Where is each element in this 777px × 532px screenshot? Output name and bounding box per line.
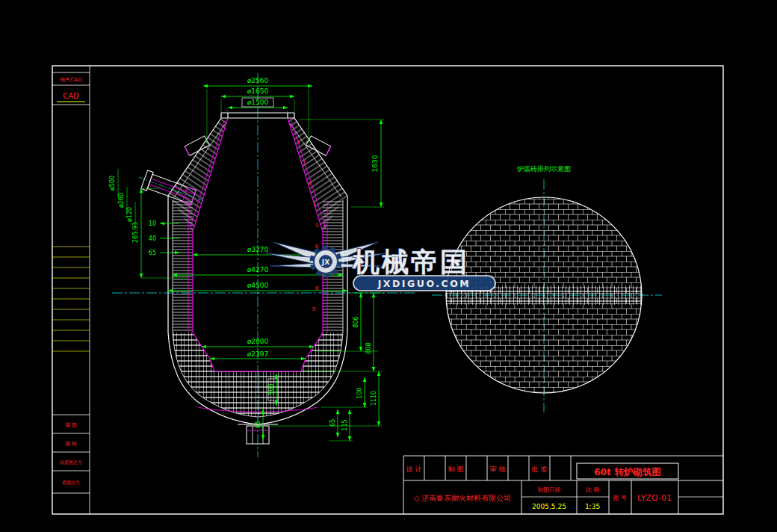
- dim-label: 40: [149, 235, 156, 242]
- date-value: 2005.5.25: [532, 503, 566, 510]
- scale-label: 比 例: [586, 486, 600, 493]
- cad-canvas: 电气CAD CAD 描 图 描 校 旧底图总号 底图总号: [0, 0, 777, 532]
- dim-label: ø2800: [247, 338, 269, 345]
- dim-label: ø2397: [247, 350, 268, 358]
- sidebar-box-label: 旧底图总号: [60, 460, 82, 466]
- sidebar-box-label: 底图总号: [62, 480, 80, 486]
- dim-label: 65: [149, 250, 156, 256]
- svg-text:3: 3: [308, 181, 311, 187]
- dim-label: ø4270: [247, 266, 269, 273]
- dim-label: 500: [268, 383, 275, 395]
- title-block-text: 设 计 制 图 审 核 批 准 60t 转炉砌筑图 ◇济南鲁东耐火材料有限公司 …: [406, 466, 672, 510]
- drawing-no-label: 图 号: [613, 495, 628, 501]
- dim-label: 1110: [371, 391, 377, 406]
- svg-text:4: 4: [313, 202, 317, 208]
- sign-label: 审 核: [490, 466, 506, 473]
- svg-text:1: 1: [297, 139, 300, 145]
- dim-label: 65: [255, 421, 261, 428]
- dim-label: 808: [365, 342, 372, 353]
- gear-monogram: JX: [321, 259, 329, 266]
- dim-label: 265.93: [132, 222, 139, 243]
- sidebar-labels: 电气CAD CAD 描 图 描 校 旧底图总号 底图总号: [60, 77, 82, 486]
- dim-label: ø500: [109, 176, 116, 191]
- cad-drawing: 电气CAD CAD 描 图 描 校 旧底图总号 底图总号: [0, 0, 777, 532]
- dim-label: ø4500: [247, 282, 269, 289]
- drawing-title: 60t 转炉砌筑图: [594, 466, 661, 477]
- dim-label: 65: [329, 419, 336, 427]
- dim-label: 1630: [371, 155, 379, 172]
- drawing-no-value: LYZQ-01: [637, 493, 672, 503]
- dim-label: ø120: [126, 207, 133, 222]
- company-logo-mark: ◇: [414, 494, 420, 502]
- date-label: 制图日期: [537, 486, 560, 493]
- svg-text:5: 5: [315, 223, 318, 229]
- company-name: ◇济南鲁东耐火材料有限公司: [414, 494, 512, 502]
- watermark: JX 机械帝国 JXDIGUO.COM: [266, 242, 495, 291]
- svg-text:2: 2: [303, 160, 306, 166]
- scale-value: 1:35: [585, 503, 600, 510]
- sidebar-box-label: CAD: [63, 92, 79, 100]
- sign-label: 设 计: [406, 466, 422, 473]
- sidebar-box-label: 电气CAD: [60, 77, 81, 83]
- watermark-brand: 机械帝国: [352, 247, 469, 277]
- sidebar-box-label: 描 图: [65, 422, 77, 428]
- sidebar-revision-ladder: [52, 102, 90, 351]
- converter-section-view: 1 2 3 4 5 6 7 8 9: [135, 113, 347, 444]
- dim-label: ø3270: [247, 246, 269, 253]
- sign-label: 制 图: [448, 466, 464, 473]
- detail-title: 炉底砖排列示意图: [517, 165, 571, 173]
- sidebar-box-label: 描 校: [65, 441, 77, 447]
- dim-label: 806: [353, 316, 359, 327]
- dim-label: ø2560: [247, 77, 269, 84]
- dim-label: ø260: [118, 193, 125, 208]
- sign-label: 批 准: [531, 466, 548, 473]
- dim-label: ø1500: [247, 99, 269, 106]
- dim-label: ø1650: [247, 87, 269, 95]
- dim-label: 100: [356, 387, 363, 398]
- dim-label: 10: [149, 220, 156, 227]
- dim-label: 115: [341, 419, 348, 430]
- svg-text:9: 9: [312, 306, 315, 312]
- watermark-site: JXDIGUO.COM: [377, 278, 471, 289]
